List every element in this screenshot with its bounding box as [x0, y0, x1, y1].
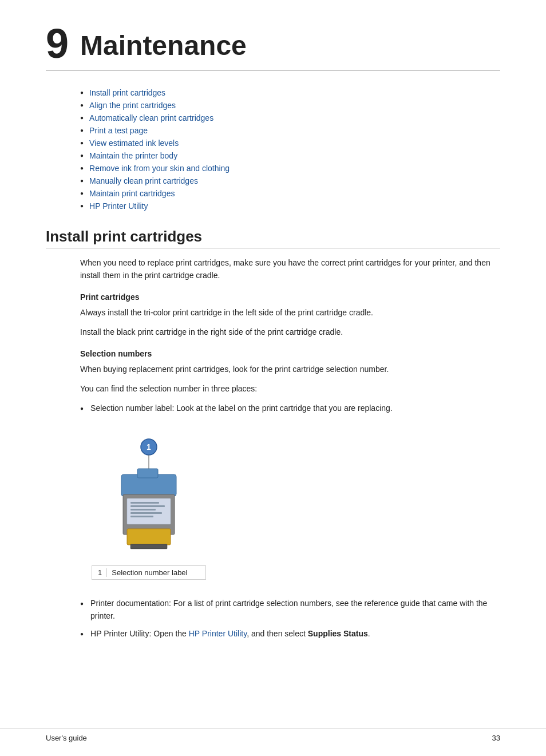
- toc-link[interactable]: View estimated ink levels: [89, 138, 179, 148]
- section-heading: Install print cartridges: [46, 228, 500, 248]
- chapter-header: 9 Maintenance: [46, 23, 500, 71]
- toc-link[interactable]: Align the print cartridges: [89, 101, 176, 110]
- svg-rect-13: [130, 544, 167, 549]
- toc-item: Manually clean print cartridges: [80, 176, 500, 185]
- svg-rect-9: [130, 505, 165, 507]
- figure-caption-label: Selection number label: [112, 568, 187, 577]
- toc-item: View estimated ink levels: [80, 138, 500, 148]
- footer-left: User's guide: [46, 734, 87, 742]
- toc-link[interactable]: Automatically clean print cartridges: [89, 113, 213, 122]
- selection-para-1: When buying replacement print cartridges…: [80, 363, 500, 375]
- toc-link[interactable]: Maintain print cartridges: [89, 189, 175, 198]
- illustration-container: 1: [92, 434, 206, 580]
- bullet-printer-docs: Printer documentation: For a list of pri…: [80, 597, 500, 623]
- section-intro: When you need to replace print cartridge…: [80, 256, 500, 282]
- subsection-heading-print-cartridges: Print cartridges: [80, 292, 500, 302]
- toc-link[interactable]: Maintain the printer body: [89, 151, 177, 160]
- toc-link[interactable]: Manually clean print cartridges: [89, 176, 198, 185]
- bullet-hp-utility: HP Printer Utility: Open the HP Printer …: [80, 627, 500, 640]
- svg-rect-11: [130, 512, 162, 514]
- toc-item: Align the print cartridges: [80, 101, 500, 110]
- page-footer: User's guide 33: [0, 729, 546, 742]
- toc-item: Automatically clean print cartridges: [80, 113, 500, 122]
- svg-text:1: 1: [147, 442, 151, 452]
- figure-caption: 1 Selection number label: [92, 565, 206, 580]
- section-install: Install print cartridges When you need t…: [46, 228, 500, 640]
- toc-link[interactable]: Remove ink from your skin and clothing: [89, 164, 230, 173]
- toc-item: Remove ink from your skin and clothing: [80, 164, 500, 173]
- toc-link[interactable]: HP Printer Utility: [89, 201, 148, 211]
- cartridge-image: 1: [92, 434, 206, 562]
- toc-item: Install print cartridges: [80, 88, 500, 97]
- chapter-title: Maintenance: [80, 30, 247, 61]
- toc-item: Maintain the printer body: [80, 151, 500, 160]
- section-content: When you need to replace print cartridge…: [80, 256, 500, 640]
- toc-item: HP Printer Utility: [80, 201, 500, 211]
- selection-para-2: You can find the selection number in thr…: [80, 382, 500, 395]
- svg-rect-10: [130, 509, 156, 510]
- hp-printer-utility-link[interactable]: HP Printer Utility: [189, 629, 247, 638]
- bullet-list-after-figure: Printer documentation: For a list of pri…: [80, 597, 500, 640]
- figure-number: 1: [98, 568, 107, 577]
- print-cartridges-para-2: Install the black print cartridge in the…: [80, 326, 500, 338]
- toc-item: Maintain print cartridges: [80, 189, 500, 198]
- chapter-number: 9: [46, 23, 69, 64]
- toc-link[interactable]: Print a test page: [89, 126, 148, 135]
- cartridge-svg: 1: [92, 434, 206, 560]
- svg-rect-12: [130, 516, 153, 517]
- bullet-list-selection: Selection number label: Look at the labe…: [80, 402, 500, 414]
- toc-item: Print a test page: [80, 126, 500, 135]
- svg-rect-4: [137, 469, 158, 478]
- print-cartridges-para-1: Always install the tri-color print cartr…: [80, 306, 500, 319]
- bullet-selection-label: Selection number label: Look at the labe…: [80, 402, 500, 414]
- toc-list: Install print cartridgesAlign the print …: [80, 88, 500, 211]
- toc-link[interactable]: Install print cartridges: [89, 88, 165, 97]
- subsection-heading-selection: Selection numbers: [80, 349, 500, 358]
- footer-right: 33: [492, 734, 500, 742]
- svg-rect-8: [130, 502, 159, 504]
- svg-rect-6: [127, 529, 171, 545]
- page-container: 9 Maintenance Install print cartridgesAl…: [0, 0, 546, 682]
